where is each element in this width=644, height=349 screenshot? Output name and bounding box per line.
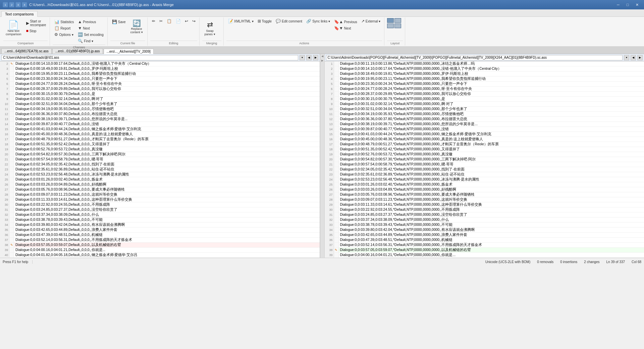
find-button[interactable]: 🔍 Find ▾ [76,38,105,44]
options-button[interactable]: ⚙ Options ▾ [53,32,75,38]
edit-btn-3[interactable]: 📋 [165,18,173,24]
toggle-button[interactable]: ⊞ Toggle [256,18,273,24]
maximize-button[interactable]: □ [623,2,632,8]
previous-change-button[interactable]: ▲ Previous [76,19,105,25]
line-marker [334,238,339,242]
sync-links-button[interactable]: 🔗 Sync links ▾ [305,18,332,24]
line-number: 5 [0,77,9,81]
table-row: 21 Dialogue:0,0:00:57.54,0:00:58.79,*Def… [325,162,644,167]
line-text: Dialogue:0,0:00:54.82,0:00:57.30,*Defaul… [339,157,644,162]
table-row: 26 Dialogue:0,0:03:03.26,0:03:04.89,*Def… [325,187,644,192]
left-path-btn-3[interactable]: ▶ [313,55,318,60]
edit-btn-4[interactable]: 📄 [174,18,182,24]
right-path-btn-2[interactable]: ◀ [631,55,636,60]
line-number: 4 [0,71,9,76]
start-recompare-button[interactable]: ▶ Start or recompare [24,19,48,28]
line-marker [9,92,14,96]
line-number: 15 [325,132,334,137]
tab-text-comparisons[interactable]: Text comparisons [1,11,38,17]
line-number: 10 [0,102,9,106]
line-text: Dialogue:0,0:03:22.92,0:03:24.55,*Defaul… [339,207,644,212]
line-number: 8 [0,92,9,96]
line-marker [334,243,339,247]
stop-button[interactable]: ■ Stop [24,28,48,34]
line-number: 26 [325,187,334,192]
line-marker [9,157,14,162]
line-marker [334,253,339,257]
previous-bookmark-button[interactable]: 🔖▲ Previous [332,19,359,25]
line-marker [9,107,14,111]
line-text: Dialogue:0,0:00:24.77,0:00:28.24,Default… [14,82,320,86]
line-number: 7 [0,87,9,91]
left-path-bar: ▾ ◀ ▶ [0,54,320,61]
line-number: 12 [325,117,334,121]
next-bookmark-button[interactable]: 🔖▼ Next [332,25,359,31]
close-button[interactable]: ✕ [633,2,641,8]
report-button[interactable]: 📋 Report [53,25,75,31]
save-button[interactable]: 💾 Save [110,19,127,25]
file-tab-1[interactable]: ...ers\...01)(8BF4B9FD).jp.ass [52,48,103,54]
xml-html-button[interactable]: 📝 XML/HTML ▾ [226,18,255,24]
right-path-btn-3[interactable]: ▶ [637,55,643,60]
line-marker [334,172,339,177]
encoding-status: Unicode (UCS-2LE with BOM) [485,260,530,264]
file-tab-0[interactable]: ...ers\...64](8817EA79).sc.ass [1,48,52,54]
edit-btn-1[interactable]: ✏ [150,18,157,24]
edit-btn-6[interactable]: ↪ [191,18,197,24]
right-path-btn-1[interactable]: ▾ [624,55,629,60]
line-text: Dialogue:0,0:03:37.34,0:03:38.09,*Defaul… [339,217,644,222]
ribbon-group-changes: 📊 Statistics 📋 Report ⚙ Options ▾ ▲ [51,17,107,46]
swap-panes-button[interactable]: ⇄ Swap panes ▾ [202,18,218,38]
line-text: Dialogue:0,0:03:24.85,0:03:27.37,Default… [14,207,320,212]
left-path-btn-1[interactable]: ▾ [300,55,305,60]
external-button[interactable]: ↗ External ▾ [360,18,382,24]
line-number: 37 [0,238,9,242]
table-row: 35 Dialogue:0,0:03:42.65,0:03:44.89,*Def… [325,233,644,238]
line-marker [334,137,339,142]
encoding-icon: 🔤 [78,32,83,37]
new-text-comparison-button[interactable]: 📄 New text comparison [3,18,24,38]
edit-btn-2[interactable]: ✂ [158,18,164,24]
app-icon-2: 2 [9,2,14,7]
table-row: 37 Dialogue:0,0:03:52.14,0:03:56.31,*Def… [325,243,644,248]
right-path-input[interactable] [326,55,623,60]
left-diff-content[interactable]: 2 ✎ Dialogue:0,0:00:14.10,0:00:17.64,Def… [0,61,320,258]
line-number: 3 [325,71,334,76]
edit-comment-button[interactable]: 💬 Edit comment [274,18,304,24]
line-marker [9,197,14,202]
status-help: Press F1 for help [3,260,33,264]
line-marker [334,71,339,76]
replace-content-button[interactable]: 🔄 Replace content ▾ [128,18,145,35]
right-diff-content[interactable]: 1 Dialogue:0,0:00:11.19,0:00:13.86,*Defa… [325,61,644,258]
line-text: Dialogue:0,0:04:00.16,0:04:01.21,Default… [14,248,320,252]
edit-btn-5[interactable]: ↩ [183,18,190,24]
line-marker [9,192,14,197]
line-number: 27 [325,192,334,197]
statistics-button[interactable]: 📊 Statistics [53,19,75,25]
line-number: 22 [325,167,334,172]
line-number: 19 [325,152,334,157]
layout-icon-3[interactable] [387,23,394,28]
set-encoding-button[interactable]: 🔤 Set encoding [76,32,105,38]
ribbon-group-comparison: 📄 New text comparison ▶ Start or recompa… [1,17,50,46]
line-text: Dialogue:0,0:00:38.19,0:00:39.71,*Defaul… [339,122,644,127]
line-marker [334,228,339,232]
next-change-button[interactable]: ▼ Next [76,25,105,31]
minimize-button[interactable]: ─ [614,2,623,8]
line-marker [9,152,14,157]
left-path-btn-2[interactable]: ◀ [306,55,312,60]
table-row: 12 Dialogue:0,0:00:36.36,0:00:37.80,*Def… [325,117,644,122]
layout-icon-1[interactable] [387,18,394,23]
table-row: 13 Dialogue:0,0:00:38.19,0:00:39.71,*Def… [325,122,644,127]
file-tab-2[interactable]: ...ers\..._Alchemist][TV_2009] [104,49,154,54]
table-row: 10 Dialogue:0,0:00:32.51,0:00:34.04,Defa… [0,102,320,107]
layout-icon-2[interactable] [394,18,401,23]
left-path-input[interactable] [1,55,298,60]
line-number: 35 [0,228,9,232]
line-text: Dialogue:0,0:00:39.87,0:00:40.77,*Defaul… [339,127,644,132]
table-row: 21 Dialogue:0,0:00:57.54,0:00:58.79,Defa… [0,157,320,162]
left-diff-panel: ▾ ◀ ▶ 2 ✎ Dialogue:0,0:00:14.10,0:00:17.… [0,54,320,258]
line-marker [9,228,14,232]
layout-icon-4[interactable] [394,23,401,28]
save-icon: 💾 [112,19,117,24]
